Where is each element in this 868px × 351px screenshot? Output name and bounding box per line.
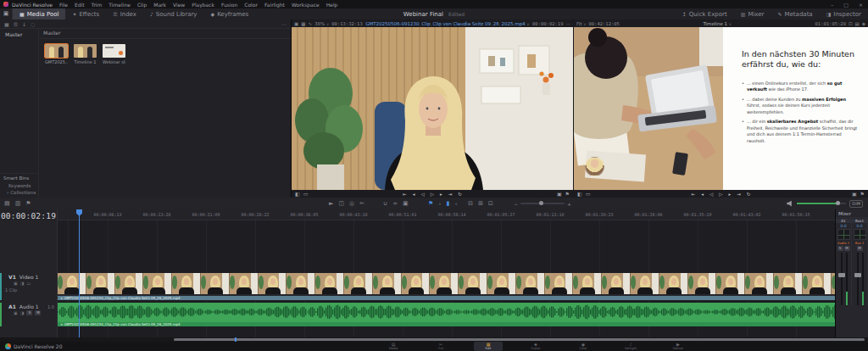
timeline-zoom-select[interactable]: Fit ∨ xyxy=(576,21,587,26)
channel-id[interactable]: A1 xyxy=(836,219,850,223)
zoom-slider-track[interactable] xyxy=(520,203,565,204)
audio-track-lane[interactable]: ∞ GMT20250506-091230_Clip_Clip von Claud… xyxy=(58,303,835,326)
sort-icon[interactable]: ↓ xyxy=(22,21,26,27)
index-button[interactable]: ☰Index xyxy=(106,8,143,20)
solo-button[interactable]: S xyxy=(26,310,32,315)
dim-button[interactable]: DIM xyxy=(849,200,863,208)
source-clip-title[interactable]: GMT20250506-091230_Clip_Clip von Claudia… xyxy=(365,21,530,26)
video-track-lane[interactable]: ∞ GMT20250506-091230_Clip_Clip von Claud… xyxy=(58,273,835,300)
search-icon[interactable]: ◌ xyxy=(31,21,35,27)
replace-clip-icon[interactable]: ⊡ xyxy=(488,198,493,209)
menu-edit[interactable]: Edit xyxy=(71,2,88,8)
page-fusion[interactable]: ◈Fusion xyxy=(521,342,550,351)
zoom-out-icon[interactable]: − xyxy=(514,201,518,207)
metadata-button[interactable]: ✎Metadata xyxy=(771,8,819,20)
page-deliver[interactable]: ▶Deliver xyxy=(664,342,693,351)
media-pool-options-icon[interactable]: ⋯ xyxy=(281,21,287,27)
menu-playback[interactable]: Playback xyxy=(188,2,218,8)
audio-clip-name-strip[interactable]: ∞ GMT20250506-091230_Clip_Clip von Claud… xyxy=(58,322,835,326)
page-fairlight[interactable]: ♪Fairlight xyxy=(616,342,645,351)
auto-select-icon[interactable]: ◨ xyxy=(20,281,25,286)
media-clip[interactable]: GMT2025... xyxy=(45,44,68,64)
page-cut[interactable]: ✂Cut xyxy=(426,342,455,351)
marker-icon[interactable]: ▮ xyxy=(447,198,450,209)
timeline-name-select[interactable]: Timeline 1 ∨ xyxy=(622,21,813,26)
gang-viewers-icon[interactable]: ◧ xyxy=(577,191,582,197)
mixer-button[interactable]: ▥Mixer xyxy=(734,8,771,20)
video-track-header[interactable]: V1 Video 1 ▣◨▭ 1 Clip xyxy=(0,273,58,300)
track-lock-icon[interactable]: ▣ xyxy=(14,310,18,315)
media-clip-thumbnail[interactable] xyxy=(45,44,68,58)
go-to-first-frame-button[interactable]: ⇤ xyxy=(692,192,696,197)
menu-fusion[interactable]: Fusion xyxy=(218,2,241,8)
timeline-view-options-icon[interactable]: ▤ xyxy=(4,198,10,209)
overwrite-clip-icon[interactable]: ⊞ xyxy=(478,198,483,209)
clip-mode-icon[interactable]: ▦ xyxy=(301,21,305,26)
media-clip[interactable]: Webinar sli... xyxy=(103,44,125,64)
go-to-last-frame-button[interactable]: ⇥ xyxy=(448,192,453,197)
keyframes-button[interactable]: ◆Keyframes xyxy=(204,8,256,20)
mute-button[interactable]: M xyxy=(857,246,863,251)
menu-trim[interactable]: Trim xyxy=(88,2,106,8)
page-media[interactable]: ▤Media xyxy=(379,342,408,351)
media-clip-thumbnail[interactable] xyxy=(103,44,125,58)
page-panels-toggle-icon[interactable]: ▣ xyxy=(0,8,13,20)
source-zoom-select[interactable]: 38% ∨ xyxy=(314,21,329,26)
fader-knob[interactable] xyxy=(854,273,861,277)
mute-button[interactable]: M xyxy=(35,310,41,315)
menu-timeline[interactable]: Timeline xyxy=(105,2,134,8)
media-clip-thumbnail[interactable] xyxy=(74,44,97,58)
volume-slider-track[interactable] xyxy=(797,203,846,204)
play-reverse-button[interactable]: ◁ xyxy=(420,192,424,197)
maximize-button[interactable]: □ xyxy=(838,2,854,8)
go-to-last-frame-button[interactable]: ⇥ xyxy=(737,192,741,197)
play-button[interactable]: ▷ xyxy=(719,192,722,197)
video-clip-name-strip[interactable]: ∞ GMT20250506-091230_Clip_Clip von Claud… xyxy=(58,296,835,300)
menu-workspace[interactable]: Workspace xyxy=(288,2,323,8)
chevron-down-icon[interactable]: ∨ xyxy=(438,202,441,206)
audio-clip[interactable] xyxy=(58,303,835,324)
loop-button[interactable]: ↻ xyxy=(747,192,751,197)
media-pool-button[interactable]: ▦Media Pool xyxy=(13,8,65,20)
effects-button[interactable]: ✦Effects xyxy=(65,8,106,20)
track-monitor-icon[interactable]: ▭ xyxy=(26,281,31,286)
fader-knob[interactable] xyxy=(838,273,845,277)
menu-mark[interactable]: Mark xyxy=(150,2,170,8)
menu-view[interactable]: View xyxy=(170,2,188,8)
smart-bin-item[interactable]: Keywords xyxy=(0,182,38,189)
snapping-icon[interactable]: ∪ xyxy=(383,198,387,209)
match-frame-icon[interactable]: ▣ xyxy=(557,191,562,197)
page-color[interactable]: ◉Color xyxy=(569,342,598,351)
go-to-first-frame-button[interactable]: ⇤ xyxy=(403,192,407,197)
linked-selection-icon[interactable]: ∞ xyxy=(392,198,398,209)
menu-file[interactable]: File xyxy=(56,2,71,8)
play-button[interactable]: ▷ xyxy=(431,192,434,197)
audio-waveform-icon[interactable]: ∿ xyxy=(308,21,312,26)
video-clip-thumbnails[interactable] xyxy=(58,273,835,294)
play-reverse-button[interactable]: ◁ xyxy=(709,192,713,197)
page-edit[interactable]: ▦Edit xyxy=(474,342,503,351)
razor-tool-icon[interactable]: ✂ xyxy=(359,198,364,209)
zoom-preset-icon[interactable]: ▭ xyxy=(303,191,309,197)
sound-library-button[interactable]: ♪Sound Library xyxy=(143,8,204,20)
solo-button[interactable]: S xyxy=(837,246,843,251)
playhead-line[interactable] xyxy=(79,209,80,337)
gang-viewers-icon[interactable]: ◧ xyxy=(295,191,300,197)
pan-control[interactable] xyxy=(854,229,866,240)
trim-edit-mode-icon[interactable]: ◫ xyxy=(338,198,344,209)
mute-button[interactable]: M xyxy=(844,246,850,251)
step-back-button[interactable]: ◂ xyxy=(413,192,415,197)
marker-flag-icon[interactable]: ⚑ xyxy=(860,191,865,197)
position-lock-icon[interactable]: ▣ xyxy=(403,198,409,209)
speaker-icon[interactable] xyxy=(787,201,793,207)
stacked-timelines-icon[interactable]: ▥ xyxy=(15,198,21,209)
marker-flag-icon[interactable]: ⚑ xyxy=(565,191,570,197)
quick-export-button[interactable]: ↥Quick Export xyxy=(676,8,734,20)
single-viewer-icon[interactable]: ⊡ xyxy=(849,21,853,26)
pan-control[interactable] xyxy=(837,229,850,240)
volume-slider-knob[interactable] xyxy=(836,201,840,205)
audio-track-header[interactable]: A1 Audio 1 1.0 ▣◨SM xyxy=(0,303,58,326)
list-view-icon[interactable]: ☰ xyxy=(14,21,18,27)
track-lock-icon[interactable]: ▣ xyxy=(14,281,18,286)
source-viewer-options-icon[interactable]: ⋯ xyxy=(566,21,571,26)
